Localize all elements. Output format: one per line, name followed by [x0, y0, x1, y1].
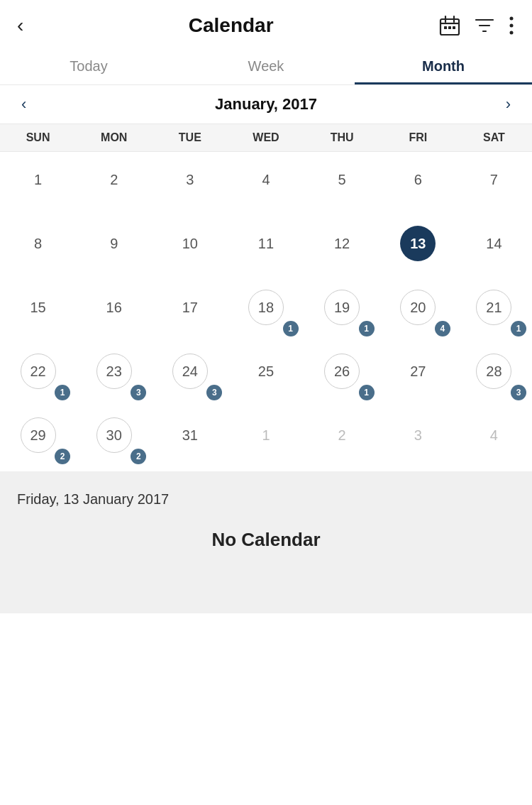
cal-cell[interactable]: 9 [76, 216, 152, 280]
cal-cell[interactable]: 7 [456, 152, 532, 216]
cal-day-num: 23 [96, 354, 132, 389]
cal-cell[interactable]: 15 [0, 280, 76, 344]
filter-icon[interactable] [474, 15, 495, 36]
cal-day-num: 25 [248, 354, 284, 389]
cal-day-num: 12 [324, 226, 360, 261]
cal-cell[interactable]: 2 [76, 152, 152, 216]
cal-day-num: 18 [248, 290, 284, 325]
month-nav: ‹ January, 2017 › [0, 85, 532, 124]
event-badge: 2 [55, 449, 70, 464]
cal-cell[interactable]: 1 [228, 407, 304, 471]
no-calendar-label: No Calendar [17, 529, 515, 551]
cal-cell[interactable]: 283 [456, 344, 532, 407]
next-month-button[interactable]: › [499, 92, 518, 116]
cal-cell[interactable]: 204 [380, 280, 456, 344]
cal-cell[interactable]: 11 [228, 216, 304, 280]
day-headers: SUNMONTUEWEDTHUFRISAT [0, 124, 532, 152]
cal-cell[interactable]: 3 [380, 407, 456, 471]
cal-cell[interactable]: 25 [228, 344, 304, 407]
svg-rect-4 [444, 26, 447, 29]
header: ‹ Calendar [0, 0, 532, 48]
cal-day-num: 3 [400, 417, 436, 453]
cal-day-num: 21 [476, 290, 511, 325]
day-header-wed: WED [228, 131, 304, 144]
tab-today[interactable]: Today [0, 48, 177, 84]
event-badge: 3 [131, 385, 146, 400]
cal-day-num: 28 [476, 354, 511, 389]
calendar-icon[interactable] [438, 14, 461, 37]
cal-day-num: 13 [400, 226, 436, 261]
cal-cell[interactable]: 6 [380, 152, 456, 216]
cal-cell[interactable]: 4 [228, 152, 304, 216]
cal-cell[interactable]: 14 [456, 216, 532, 280]
cal-cell[interactable]: 10 [152, 216, 228, 280]
svg-rect-6 [453, 26, 455, 29]
cal-cell[interactable]: 243 [152, 344, 228, 407]
cal-day-num: 1 [248, 417, 284, 453]
event-badge: 1 [511, 321, 526, 336]
cal-cell[interactable]: 5 [304, 152, 380, 216]
cal-cell[interactable]: 17 [152, 280, 228, 344]
cal-cell[interactable]: 233 [76, 344, 152, 407]
cal-day-num: 16 [96, 290, 132, 325]
prev-month-button[interactable]: ‹ [14, 92, 33, 116]
cal-cell[interactable]: 292 [0, 407, 76, 471]
event-badge: 3 [206, 385, 222, 400]
cal-day-num: 20 [400, 290, 436, 325]
cal-day-num: 10 [172, 226, 208, 261]
month-title: January, 2017 [215, 95, 317, 114]
cal-cell[interactable]: 27 [380, 344, 456, 407]
cal-cell[interactable]: 211 [456, 280, 532, 344]
cal-day-num: 17 [172, 290, 208, 325]
cal-day-num: 14 [476, 226, 511, 261]
cal-day-num: 22 [21, 354, 56, 389]
cal-cell[interactable]: 191 [304, 280, 380, 344]
cal-cell[interactable]: 3 [152, 152, 228, 216]
cal-cell[interactable]: 16 [76, 280, 152, 344]
cal-cell[interactable]: 31 [152, 407, 228, 471]
cal-day-num: 4 [248, 162, 284, 197]
cal-day-num: 7 [476, 162, 511, 197]
day-header-fri: FRI [380, 131, 456, 144]
selected-date: Friday, 13 January 2017 [17, 491, 515, 508]
cal-cell[interactable]: 8 [0, 216, 76, 280]
cal-day-num: 27 [400, 354, 436, 389]
cal-day-num: 31 [172, 417, 208, 453]
cal-day-num: 26 [324, 354, 360, 389]
cal-cell[interactable]: 261 [304, 344, 380, 407]
cal-day-num: 8 [21, 226, 56, 261]
cal-cell[interactable]: 13 [380, 216, 456, 280]
day-header-thu: THU [304, 131, 380, 144]
cal-day-num: 19 [324, 290, 360, 325]
cal-cell[interactable]: 4 [456, 407, 532, 471]
cal-day-num: 30 [96, 417, 132, 453]
cal-day-num: 4 [476, 417, 511, 453]
cal-day-num: 9 [96, 226, 132, 261]
tab-week[interactable]: Week [177, 48, 355, 84]
cal-cell[interactable]: 12 [304, 216, 380, 280]
calendar-grid: 1234567891011121314151617181191204211221… [0, 152, 532, 471]
tab-month[interactable]: Month [355, 48, 532, 84]
cal-cell[interactable]: 181 [228, 280, 304, 344]
event-badge: 1 [359, 385, 375, 400]
event-badge: 1 [359, 321, 375, 336]
cal-cell[interactable]: 2 [304, 407, 380, 471]
header-icons [438, 14, 515, 37]
day-header-sat: SAT [456, 131, 532, 144]
tabs: Today Week Month [0, 48, 532, 85]
day-header-mon: MON [76, 131, 152, 144]
cal-cell[interactable]: 1 [0, 152, 76, 216]
cal-day-num: 6 [400, 162, 436, 197]
event-badge: 1 [55, 385, 70, 400]
bottom-section: Friday, 13 January 2017 No Calendar [0, 471, 532, 613]
cal-day-num: 29 [21, 417, 56, 453]
cal-cell[interactable]: 221 [0, 344, 76, 407]
back-button[interactable]: ‹ [17, 14, 23, 37]
day-header-tue: TUE [152, 131, 228, 144]
day-header-sun: SUN [0, 131, 76, 144]
cal-cell[interactable]: 302 [76, 407, 152, 471]
event-badge: 1 [283, 321, 299, 336]
cal-day-num: 2 [96, 162, 132, 197]
event-badge: 4 [435, 321, 450, 336]
more-icon[interactable] [508, 16, 515, 35]
